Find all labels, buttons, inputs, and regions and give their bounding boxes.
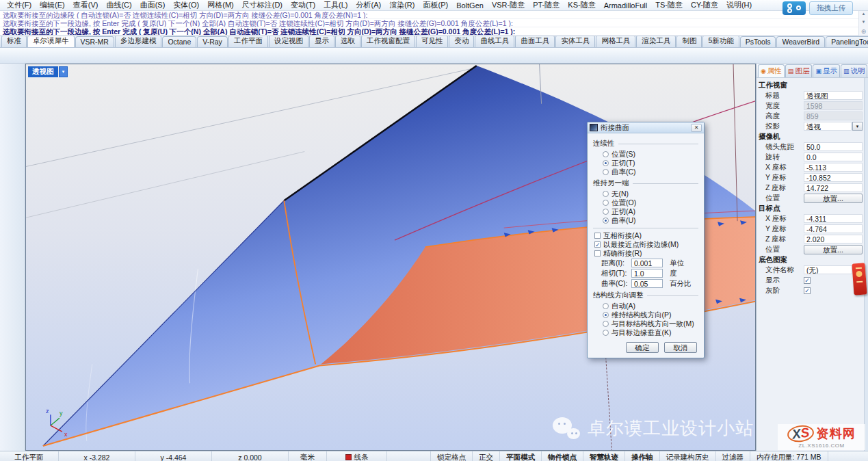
viewport-title-tab[interactable]: 透视图 ▼	[28, 66, 68, 77]
dialog-checkbox[interactable]: 以最接近点衔接边缘(M)	[593, 240, 698, 249]
isocurve-radio[interactable]: 自动(A)	[593, 302, 698, 311]
menu-item[interactable]: 变动(T)	[287, 0, 319, 11]
status-cell[interactable]: y -4.464	[135, 451, 212, 461]
dropdown-arrow-icon[interactable]: ▼	[852, 122, 863, 131]
toolbar-tab[interactable]: 网格工具	[596, 35, 635, 47]
menu-item[interactable]: KS-随意	[564, 0, 599, 11]
tolerance-input[interactable]: 1.0	[631, 269, 663, 278]
panel-tab[interactable]: ▣ 显示	[813, 64, 840, 77]
blend-icon[interactable]	[585, 49, 599, 62]
tolerance-input[interactable]: 0.001	[631, 259, 663, 267]
property-checkbox[interactable]	[804, 287, 811, 294]
status-cell[interactable]: 工作平面	[0, 451, 59, 461]
tolerance-input[interactable]: 0.05	[631, 279, 663, 288]
menu-item[interactable]: 面板(P)	[419, 0, 452, 11]
person-icon[interactable]	[129, 49, 142, 62]
render-sphere-icon[interactable]	[50, 49, 64, 62]
property-value[interactable]: -5.113	[804, 163, 863, 172]
link-icon[interactable]	[81, 49, 95, 62]
toolbar-tab[interactable]: 制图	[676, 35, 702, 47]
point-icon[interactable]	[13, 66, 25, 83]
array-icon[interactable]	[380, 49, 394, 62]
status-cell[interactable]: 线条	[327, 451, 387, 461]
loft-icon[interactable]	[522, 49, 536, 62]
toolbar-tab[interactable]: 工作平面	[228, 35, 268, 47]
property-value[interactable]: 透视图	[804, 91, 863, 100]
status-toggle[interactable]: 内存使用量: 771 MB	[750, 451, 828, 461]
status-toggle[interactable]: 锁定格点	[431, 451, 473, 461]
menu-item[interactable]: BoltGen	[452, 1, 488, 10]
property-value[interactable]: 14.722	[804, 183, 863, 192]
rotate-icon[interactable]	[270, 49, 284, 62]
menu-item[interactable]: ArmadilloFull	[600, 1, 652, 10]
menu-item[interactable]: 文件(F)	[3, 0, 36, 11]
toolbar-tab[interactable]: 5新功能	[702, 35, 739, 47]
menu-item[interactable]: 分析(A)	[352, 0, 386, 11]
toolbar-tab[interactable]: 选取	[335, 35, 360, 47]
toolbar-tab[interactable]: 实体工具	[555, 35, 595, 47]
surface-3pt-icon[interactable]	[1, 158, 12, 176]
panel-tab[interactable]: ▤ 图层	[785, 64, 813, 77]
curve-icon[interactable]	[490, 49, 504, 62]
points-icon[interactable]	[302, 49, 315, 62]
menu-item[interactable]: TS-随意	[651, 0, 687, 11]
status-toggle[interactable]: 智慧轨迹	[583, 451, 625, 461]
toolbar-tab[interactable]: 工作视窗配置	[361, 35, 415, 47]
menu-item[interactable]: PT-随意	[529, 0, 564, 11]
toolbar-tab[interactable]: 卓尔谟犀牛	[27, 35, 75, 47]
cylinder-icon[interactable]	[1, 195, 12, 213]
place-button[interactable]: 放置...	[804, 194, 863, 203]
split-icon[interactable]	[412, 49, 425, 62]
teapot-icon[interactable]	[176, 49, 189, 62]
mirror-icon[interactable]	[365, 49, 378, 62]
offset-icon[interactable]	[475, 49, 488, 62]
toolbar-tab[interactable]: 标准	[1, 35, 27, 47]
render-cube-icon[interactable]	[66, 49, 79, 62]
menu-item[interactable]: 尺寸标注(D)	[238, 0, 287, 11]
property-value[interactable]: 50.0	[804, 142, 863, 151]
property-value[interactable]: -4.311	[804, 214, 863, 223]
menu-item[interactable]: 说明(H)	[722, 0, 756, 11]
status-cell[interactable]: x -3.282	[59, 451, 135, 461]
menu-item[interactable]: CY-随意	[687, 0, 722, 11]
hatch-icon[interactable]	[13, 306, 25, 324]
menu-item[interactable]: 渲染(R)	[385, 0, 419, 11]
property-checkbox[interactable]	[804, 277, 811, 284]
toolbar-tab[interactable]: PsTools	[740, 36, 776, 47]
property-value[interactable]: 2.020	[804, 235, 863, 243]
filename-value[interactable]: (无)	[804, 265, 852, 274]
menu-item[interactable]: VSR-随意	[488, 0, 529, 11]
trim-icon[interactable]	[396, 49, 410, 62]
gumball-icon[interactable]	[286, 49, 300, 62]
projection-select[interactable]: 透视	[804, 122, 852, 131]
status-toggle[interactable]: 平面模式	[500, 451, 542, 461]
status-cell[interactable]: 毫米	[289, 451, 327, 461]
status-toggle[interactable]: 记录建构历史	[660, 451, 716, 461]
property-value[interactable]: 1598	[804, 101, 863, 110]
menu-item[interactable]: 曲线(C)	[102, 0, 135, 11]
property-value[interactable]: -4.764	[804, 224, 863, 233]
join-icon[interactable]	[428, 49, 441, 62]
promo-sticker[interactable]	[852, 263, 867, 295]
array-points-icon[interactable]	[13, 250, 25, 268]
toolbar-tab[interactable]: 变动	[449, 35, 474, 47]
status-toggle[interactable]: 操作轴	[625, 451, 660, 461]
command-scrollbar[interactable]: ▲ ▼ ⊛	[858, 11, 868, 36]
toolbar-tab[interactable]: 可见性	[416, 35, 449, 47]
fillet-icon[interactable]	[459, 49, 473, 62]
circle-tool-icon[interactable]	[239, 49, 252, 62]
place-button[interactable]: 放置...	[804, 245, 863, 254]
other-end-radio[interactable]: 曲率(U)	[593, 216, 698, 225]
other-end-radio[interactable]: 正切(A)	[593, 207, 698, 216]
property-value[interactable]: 859	[804, 111, 863, 120]
grid-snap-icon[interactable]	[13, 324, 25, 342]
command-options-icon[interactable]: ⊛	[861, 28, 867, 35]
sphere-icon[interactable]	[13, 176, 25, 194]
status-toggle[interactable]: 物件锁点	[542, 451, 583, 461]
continuity-radio[interactable]: 正切(T)	[593, 159, 698, 168]
viewport-title[interactable]: 透视图	[28, 66, 58, 77]
text-icon[interactable]	[1, 287, 12, 305]
isocurve-radio[interactable]: 维持结构线方向(P)	[593, 311, 698, 319]
toolbar-tab[interactable]: 显示	[309, 35, 334, 47]
sweep-icon[interactable]	[538, 49, 551, 62]
